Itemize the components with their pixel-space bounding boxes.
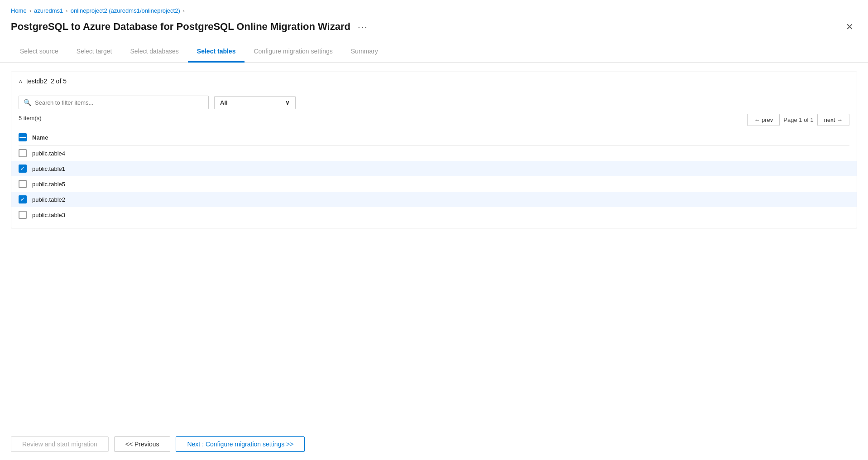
close-button[interactable]: ✕ [842,19,857,34]
select-all-checkbox[interactable]: — [19,133,27,141]
tab-summary[interactable]: Summary [342,41,387,63]
tab-select-source[interactable]: Select source [11,41,67,63]
page-info: Page 1 of 1 [783,116,814,123]
wizard-tabs: Select source Select target Select datab… [0,41,868,63]
next-button[interactable]: Next : Configure migration settings >> [176,436,305,452]
db-content: 🔍 All ∨ 5 item(s) ← prev Page 1 of 1 nex… [11,90,857,228]
checkmark-icon: — [19,134,26,140]
search-input[interactable] [35,99,204,106]
checkmark-icon: ✓ [20,166,25,171]
search-icon: 🔍 [24,99,31,106]
table-row: ✓ public.table1 [11,161,857,176]
table1-checkbox[interactable]: ✓ [19,165,27,173]
table2-name: public.table2 [32,196,65,203]
table-row: ✓ public.table2 [11,192,857,207]
table3-checkbox[interactable] [19,211,27,219]
breadcrumb: Home › azuredms1 › onlineproject2 (azure… [0,0,868,18]
page-title: PostgreSQL to Azure Database for Postgre… [11,21,350,33]
breadcrumb-project[interactable]: onlineproject2 (azuredms1/onlineproject2… [71,7,180,14]
previous-button[interactable]: << Previous [114,436,171,452]
more-options-dots[interactable]: ··· [358,22,368,32]
table5-name: public.table5 [32,181,65,188]
next-button[interactable]: next → [817,114,849,126]
db-name: testdb2 [26,77,47,85]
database-section: ∧ testdb2 2 of 5 🔍 All ∨ 5 item(s) [11,72,857,228]
name-column-header: Name [32,134,48,141]
filter-row: 🔍 All ∨ [19,96,849,109]
checkmark-icon: ✓ [20,197,25,202]
table4-name: public.table4 [32,150,65,157]
breadcrumb-home[interactable]: Home [11,7,27,14]
table-row: public.table5 [19,176,849,192]
table-row: public.table3 [19,207,849,223]
review-start-button[interactable]: Review and start migration [11,436,109,452]
tab-configure-migration[interactable]: Configure migration settings [245,41,341,63]
breadcrumb-sep-2: › [66,7,67,14]
search-box[interactable]: 🔍 [19,96,209,109]
tab-select-target[interactable]: Select target [67,41,121,63]
tab-select-databases[interactable]: Select databases [121,41,187,63]
table2-checkbox[interactable]: ✓ [19,195,27,203]
db-subtitle: 2 of 5 [51,77,67,85]
chevron-up-icon: ∧ [19,78,23,84]
table-list: — Name public.table4 ✓ public.tabl [19,130,849,223]
breadcrumb-azuredms1[interactable]: azuredms1 [34,7,63,14]
filter-dropdown[interactable]: All ∨ [214,96,296,109]
table-header-row: — Name [19,130,849,145]
table5-checkbox[interactable] [19,180,27,188]
table-row: public.table4 [19,145,849,161]
page-title-row: PostgreSQL to Azure Database for Postgre… [0,18,868,41]
prev-button[interactable]: ← prev [747,114,780,126]
filter-label: All [220,99,228,106]
pagination-row: ← prev Page 1 of 1 next → [747,114,849,126]
chevron-down-icon: ∨ [285,99,290,106]
main-content: ∧ testdb2 2 of 5 🔍 All ∨ 5 item(s) [0,63,868,396]
breadcrumb-sep-3: › [183,7,185,14]
footer: Review and start migration << Previous N… [0,428,868,460]
items-count: 5 item(s) [19,115,42,121]
table3-name: public.table3 [32,212,65,218]
db-header[interactable]: ∧ testdb2 2 of 5 [11,72,857,90]
table1-name: public.table1 [32,165,65,172]
breadcrumb-sep-1: › [29,7,31,14]
table4-checkbox[interactable] [19,149,27,157]
tab-select-tables[interactable]: Select tables [188,41,245,63]
